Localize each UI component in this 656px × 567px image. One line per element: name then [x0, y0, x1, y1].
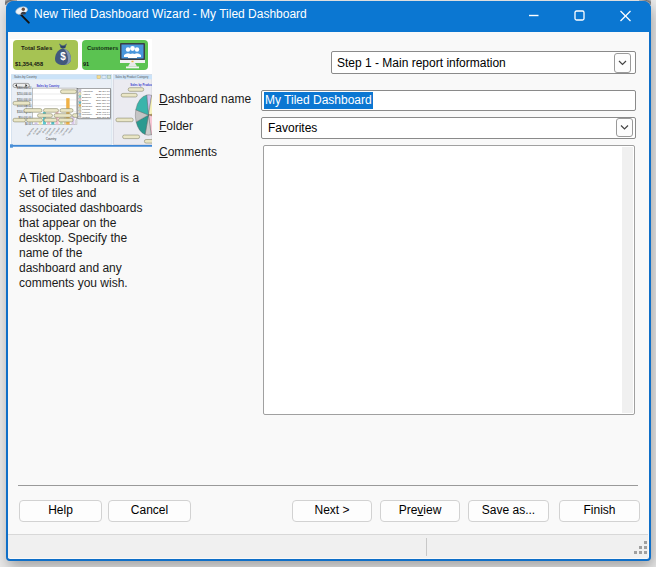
svg-text:Sales by Country: Sales by Country [37, 84, 60, 88]
svg-text:Ireland: Ireland [82, 116, 90, 119]
svg-text:$57,317.25: $57,317.25 [97, 116, 110, 119]
svg-text:$0.00: $0.00 [25, 122, 32, 126]
svg-text:$: $ [60, 51, 66, 62]
svg-text:$1,354,458: $1,354,458 [15, 61, 43, 67]
svg-text:Sales by Country: Sales by Country [14, 75, 37, 79]
svg-text:$300,000.00: $300,000.00 [17, 86, 32, 90]
svg-text:Country: Country [46, 137, 57, 141]
svg-text:$250,000.00: $250,000.00 [17, 92, 32, 96]
svg-text:Sales by Product Category: Sales by Product Category [115, 75, 149, 79]
svg-text:Sales by Product: Sales by Product [130, 83, 152, 87]
svg-text:Total Sales: Total Sales [21, 45, 53, 51]
svg-text:91: 91 [83, 61, 89, 67]
svg-text:Customers: Customers [87, 45, 119, 51]
